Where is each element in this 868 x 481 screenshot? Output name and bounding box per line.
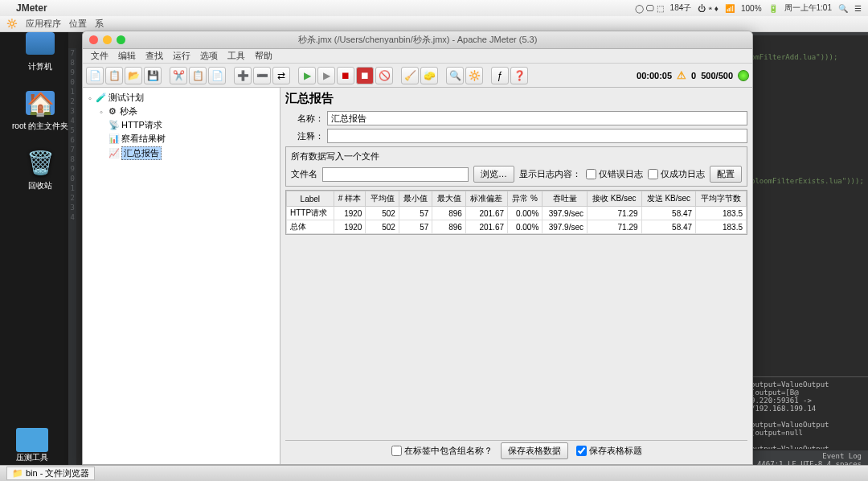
taskbar: 📁 bin - 文件浏览器 (0, 465, 868, 481)
paste-button[interactable]: 📄 (208, 67, 226, 84)
traffic-lights (83, 35, 132, 44)
folder-icon: 📁 (12, 468, 23, 479)
table-header[interactable]: 标准偏差 (465, 191, 507, 207)
cut-button[interactable]: ✂️ (170, 67, 187, 84)
clear-button[interactable]: 🚫 (375, 67, 393, 84)
clear-all-button[interactable]: 🧹 (401, 67, 419, 84)
filename-label: 文件名 (291, 168, 317, 180)
thread-count: 500/500 (701, 71, 733, 80)
menu-options[interactable]: 选项 (195, 50, 223, 62)
wifi-icon[interactable]: 📶 (725, 4, 735, 13)
tree-threadgroup[interactable]: ◦ ⚙ 秒杀 (86, 105, 276, 118)
table-header[interactable]: 平均字节数 (696, 191, 747, 207)
maximize-button[interactable] (117, 35, 125, 44)
jmeter-menubar: 文件 编辑 查找 运行 选项 工具 帮助 (83, 49, 752, 64)
panel-title: 汇总报告 (285, 91, 747, 106)
tree-results-tree[interactable]: 📊 察看结果树 (86, 132, 276, 146)
table-header[interactable]: 发送 KB/sec (641, 191, 696, 207)
table-header[interactable]: 异常 % (508, 191, 542, 207)
tree-summary-report[interactable]: 📈 汇总报告 (86, 146, 276, 161)
table-header[interactable]: 吞吐量 (542, 191, 588, 207)
search-icon[interactable]: 🔍 (838, 4, 848, 13)
table-header[interactable]: Label (287, 191, 334, 207)
menu-file[interactable]: 文件 (86, 50, 113, 62)
taskbar-item[interactable]: 📁 bin - 文件浏览器 (6, 467, 95, 480)
menu-tools[interactable]: 工具 (223, 50, 250, 62)
tree-http-request[interactable]: 📡 HTTP请求 (86, 118, 276, 132)
testplan-icon: 🧪 (96, 92, 107, 104)
collapse-button[interactable]: ➖ (253, 67, 271, 84)
include-group-checkbox[interactable]: 在标签中包含组名称？ (391, 445, 493, 457)
table-header[interactable]: 最小值 (399, 191, 432, 207)
new-button[interactable]: 📄 (86, 67, 104, 84)
content-panel: 汇总报告 名称： 注释： 所有数据写入一个文件 文件名 浏览… 显示日志内容： … (280, 88, 752, 464)
search-button[interactable]: 🔍 (446, 67, 464, 84)
sec-item[interactable]: 应用程序 (26, 18, 61, 30)
tree-root[interactable]: ◦ 🧪 测试计划 (86, 91, 276, 105)
table-header[interactable]: # 样本 (334, 191, 366, 207)
menu-search[interactable]: 查找 (141, 50, 168, 62)
stop-button[interactable]: ⏹ (337, 67, 354, 84)
threadgroup-icon: ⚙ (107, 106, 118, 117)
sec-item[interactable]: 位置 (69, 18, 87, 30)
menu-edit[interactable]: 编辑 (113, 50, 141, 62)
open-button[interactable]: 📂 (125, 67, 142, 84)
minimize-button[interactable] (103, 35, 112, 44)
save-header-checkbox[interactable]: 保存表格标题 (576, 445, 642, 457)
desktop-folder[interactable]: 压测工具 (16, 428, 48, 463)
table-row[interactable]: 总体192050257896201.670.00%397.9/sec71.295… (287, 220, 747, 234)
close-button[interactable] (89, 35, 98, 44)
jmeter-window: 秒杀.jmx (/Users/chenyanbin/秒杀.jmx) - Apac… (82, 31, 753, 465)
name-label: 名称： (285, 113, 324, 125)
status-text: ◯ 🖵 ⬚ (635, 4, 664, 13)
table-header[interactable]: 最大值 (432, 191, 466, 207)
configure-button[interactable]: 配置 (710, 166, 742, 183)
save-button[interactable]: 💾 (144, 67, 162, 84)
secondary-menubar: 🔆 应用程序 位置 系 (0, 16, 868, 32)
clear-one-button[interactable]: 🧽 (420, 67, 438, 84)
name-input[interactable] (327, 111, 747, 125)
save-table-data-button[interactable]: 保存表格数据 (501, 442, 568, 459)
sec-item[interactable]: 系 (95, 18, 104, 30)
start-notime-button[interactable]: ▶ (317, 67, 335, 84)
log-content-label: 显示日志内容： (519, 168, 581, 180)
menubar-right: ◯ 🖵 ⬚ 184子 ⏻ ★ ♦ 📶 100% 🔋 周一上午1:01 🔍 ☰ (635, 2, 862, 14)
comment-label: 注释： (285, 130, 324, 142)
clock: 周一上午1:01 (784, 2, 832, 14)
table-header[interactable]: 接收 KB/sec (588, 191, 642, 207)
start-button[interactable]: ▶ (298, 67, 316, 84)
success-only-checkbox[interactable]: 仅成功日志 (648, 168, 705, 180)
battery-pct: 100% (741, 4, 762, 13)
jmeter-titlebar[interactable]: 秒杀.jmx (/Users/chenyanbin/秒杀.jmx) - Apac… (83, 31, 752, 49)
sampler-icon: 📡 (108, 120, 120, 131)
battery-text: 184子 (670, 2, 692, 14)
warning-icon[interactable]: ⚠ (677, 69, 686, 81)
apps-icon[interactable]: 🔆 (6, 18, 18, 29)
menu-run[interactable]: 运行 (168, 50, 195, 62)
menu-icon[interactable]: ☰ (854, 4, 862, 13)
reset-search-button[interactable]: 🔆 (465, 67, 483, 84)
shutdown-button[interactable]: ⏹ (356, 67, 374, 84)
file-section-title: 所有数据写入一个文件 (291, 150, 742, 162)
templates-button[interactable]: 📋 (105, 67, 123, 84)
menu-help[interactable]: 帮助 (250, 50, 277, 62)
copy-button[interactable]: 📋 (189, 67, 207, 84)
function-helper-button[interactable]: ƒ (491, 67, 509, 84)
jmeter-toolbar: 📄 📋 📂 💾 ✂️ 📋 📄 ➕ ➖ ⇄ ▶ ▶ ⏹ ⏹ 🚫 🧹 🧽 🔍 🔆 ƒ… (83, 64, 752, 88)
table-row[interactable]: HTTP请求192050257896201.670.00%397.9/sec71… (287, 207, 747, 220)
browse-button[interactable]: 浏览… (473, 166, 514, 183)
help-button[interactable]: ❓ (510, 67, 528, 84)
toggle-button[interactable]: ⇄ (272, 67, 290, 84)
ide-code: omFilterAdd.lua")));bloomFilterExists.lu… (747, 48, 868, 417)
window-title: 秒杀.jmx (/Users/chenyanbin/秒杀.jmx) - Apac… (83, 34, 752, 46)
ide-gutter: 789012345678901234 (68, 48, 76, 465)
error-only-checkbox[interactable]: 仅错误日志 (586, 168, 643, 180)
tree-handle-icon[interactable]: ◦ (97, 107, 105, 117)
comment-input[interactable] (327, 129, 747, 143)
app-name[interactable]: JMeter (16, 2, 47, 14)
tree-handle-icon[interactable]: ◦ (86, 93, 94, 103)
filename-input[interactable] (322, 167, 469, 182)
expand-button[interactable]: ➕ (234, 67, 252, 84)
table-header[interactable]: 平均值 (366, 191, 399, 207)
ide-status: Event Log4467:1 LF UTF-8 4 spaces (747, 450, 868, 465)
